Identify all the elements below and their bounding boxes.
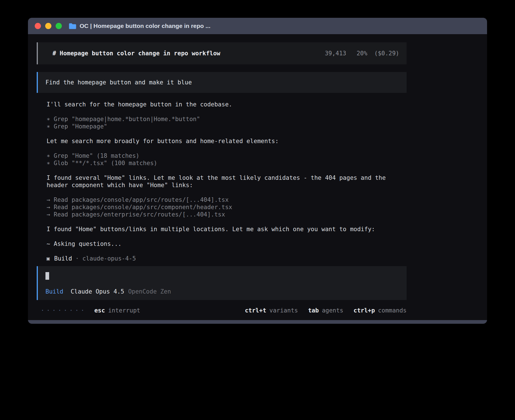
session-header: # Homepage button color change in repo w… <box>37 42 407 64</box>
status-bar: ········ esc interrupt ctrl+t variants t… <box>37 307 407 314</box>
assistant-paragraph: I found several "Home" links. Let me loo… <box>47 174 397 189</box>
shortcut-interrupt[interactable]: esc interrupt <box>94 307 140 314</box>
shortcut-key: ctrl+t <box>245 307 266 314</box>
session-stats: 39,413 20% ($0.29) <box>325 50 399 57</box>
shortcut-agents[interactable]: tab agents <box>308 307 343 314</box>
esc-key: esc <box>94 307 105 314</box>
shortcut-label: agents <box>322 307 343 314</box>
agent-label: Build <box>54 255 72 262</box>
assistant-paragraph: I'll search for the homepage button in t… <box>47 101 397 108</box>
folder-icon <box>69 23 76 29</box>
context-percent: 20% <box>357 50 367 57</box>
tool-call-read: → Read packages/console/app/src/routes/[… <box>47 196 397 204</box>
model-id: claude-opus-4-5 <box>82 255 136 262</box>
tool-call-grep: ∗ Grep "Home" (18 matches) <box>47 152 397 159</box>
tool-call-read: → Read packages/console/app/src/componen… <box>47 204 397 211</box>
assistant-paragraph: I found "Home" buttons/links in multiple… <box>47 226 397 233</box>
input-status-line: Build Claude Opus 4.5 OpenCode Zen <box>45 288 399 295</box>
shortcut-key: ctrl+p <box>353 307 375 314</box>
prompt-input[interactable]: Build Claude Opus 4.5 OpenCode Zen <box>37 266 407 300</box>
assistant-output: I'll search for the homepage button in t… <box>37 101 397 262</box>
agent-status-line: ▣ Build · claude-opus-4-5 <box>47 255 397 262</box>
shortcut-commands[interactable]: ctrl+p commands <box>353 307 407 314</box>
assistant-paragraph: Let me search more broadly for buttons a… <box>47 137 397 145</box>
session-cost: ($0.29) <box>374 50 399 57</box>
terminal-content: # Homepage button color change in repo w… <box>28 34 487 320</box>
shortcut-label: variants <box>269 307 298 314</box>
zoom-button[interactable] <box>56 23 62 29</box>
shortcut-variants[interactable]: ctrl+t variants <box>245 307 298 314</box>
user-message: Find the homepage button and make it blu… <box>37 72 407 93</box>
tool-call-grep: ∗ Grep "homepage|home.*button|Home.*butt… <box>47 115 397 123</box>
provider-label: OpenCode Zen <box>128 288 171 295</box>
token-count: 39,413 <box>325 50 346 57</box>
tool-call-grep: ∗ Grep "Homepage" <box>47 123 397 130</box>
tool-call-glob: ∗ Glob "**/*.tsx" (100 matches) <box>47 159 397 167</box>
active-model-label[interactable]: Claude Opus 4.5 <box>71 288 124 295</box>
tool-call-group: ∗ Grep "Home" (18 matches) ∗ Glob "**/*.… <box>47 152 397 167</box>
asking-questions-status: ~ Asking questions... <box>47 240 397 248</box>
text-cursor <box>45 272 49 280</box>
shortcut-key: tab <box>308 307 319 314</box>
user-message-text: Find the homepage button and make it blu… <box>45 79 192 86</box>
window-title: OC | Homepage button color change in rep… <box>80 23 210 29</box>
separator-dot: · <box>75 255 79 262</box>
traffic-lights <box>35 23 62 29</box>
agent-icon: ▣ <box>47 255 50 262</box>
esc-label: interrupt <box>108 307 140 314</box>
titlebar[interactable]: OC | Homepage button color change in rep… <box>28 18 487 34</box>
tool-call-read: → Read packages/enterprise/src/routes/[.… <box>47 211 397 218</box>
agent-mode-label[interactable]: Build <box>45 288 63 295</box>
spinner-dots-icon: ········ <box>41 307 86 314</box>
minimize-button[interactable] <box>45 23 51 29</box>
session-title: # Homepage button color change in repo w… <box>53 50 220 57</box>
tool-call-group: → Read packages/console/app/src/routes/[… <box>47 196 397 218</box>
terminal-window: OC | Homepage button color change in rep… <box>28 18 487 324</box>
shortcut-label: commands <box>378 307 407 314</box>
close-button[interactable] <box>35 23 41 29</box>
tool-call-group: ∗ Grep "homepage|home.*button|Home.*butt… <box>47 115 397 130</box>
